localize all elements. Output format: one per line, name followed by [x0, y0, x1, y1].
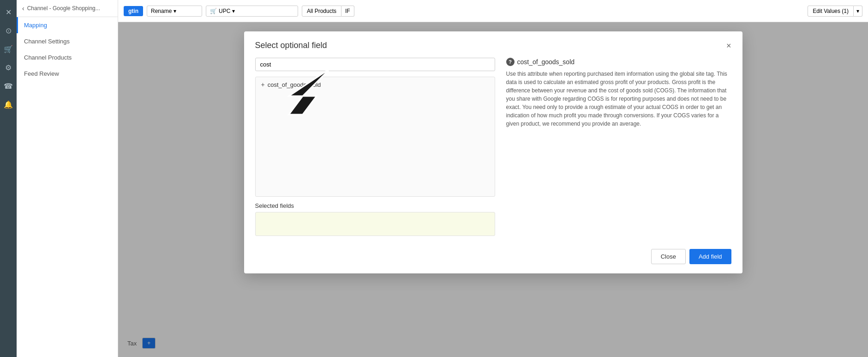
list-item[interactable]: + cost_of_goods_sold: [256, 77, 495, 92]
icon-bar: ✕ ⊙ 🛒 ⚙ ☎ 🔔: [0, 0, 17, 357]
info-title: ? cost_of_goods_sold: [506, 58, 731, 66]
close-icon[interactable]: ✕: [0, 4, 17, 20]
back-arrow-icon[interactable]: ‹: [22, 5, 24, 12]
if-button[interactable]: IF: [341, 6, 354, 17]
info-section: ? cost_of_goods_sold Use this attribute …: [506, 58, 731, 128]
sidebar-item-channel-products[interactable]: Channel Products: [17, 49, 118, 66]
sidebar-title: Channel - Google Shopping...: [27, 5, 100, 12]
selected-fields-label: Selected fields: [255, 202, 495, 209]
edit-values-expand-button[interactable]: ▾: [854, 6, 862, 17]
info-description: Use this attribute when reporting purcha…: [506, 70, 731, 128]
bell-icon[interactable]: 🔔: [0, 96, 17, 113]
rename-select[interactable]: Rename ▾: [147, 6, 202, 17]
edit-values-button[interactable]: Edit Values (1): [808, 6, 854, 17]
cart-icon[interactable]: 🛒: [0, 41, 17, 57]
settings-icon[interactable]: ⚙: [0, 59, 17, 76]
modal-right-panel: ? cost_of_goods_sold Use this attribute …: [506, 58, 731, 236]
modal-title: Select optional field: [255, 41, 327, 50]
modal-header: Select optional field ×: [244, 31, 742, 58]
info-icon: ?: [506, 58, 515, 66]
modal-left-panel: + cost_of_goods_sold Selected fields: [255, 58, 495, 236]
sidebar-item-feed-review[interactable]: Feed Review: [17, 66, 118, 82]
selected-fields-box: [255, 212, 495, 236]
channel-settings-label: Channel Settings: [24, 38, 70, 45]
info-field-name: cost_of_goods_sold: [517, 58, 575, 66]
upc-chevron-icon: ▾: [232, 8, 235, 14]
mapping-label: Mapping: [24, 22, 47, 29]
gtin-tag: gtin: [124, 6, 143, 16]
sidebar-nav: Mapping Channel Settings Channel Product…: [17, 17, 118, 82]
phone-icon[interactable]: ☎: [0, 78, 17, 94]
sidebar-item-mapping[interactable]: Mapping: [17, 17, 118, 33]
top-bar: gtin Rename ▾ 🛒 UPC ▾ All Products IF Ed…: [118, 0, 868, 22]
selected-fields-section: Selected fields: [255, 202, 495, 236]
modal-body: + cost_of_goods_sold Selected fields: [244, 58, 742, 243]
plus-icon: +: [261, 81, 265, 88]
modal-footer: Close Add field: [244, 243, 742, 273]
main-area: gtin Rename ▾ 🛒 UPC ▾ All Products IF Ed…: [118, 0, 868, 357]
all-products-group: All Products IF: [302, 6, 354, 17]
field-search-input[interactable]: [255, 58, 495, 71]
field-label: cost_of_goods_sold: [268, 81, 321, 88]
modal-close-button[interactable]: ×: [726, 42, 731, 50]
cart-small-icon: 🛒: [210, 8, 217, 14]
all-products-button[interactable]: All Products: [302, 6, 341, 17]
sidebar: ‹ Channel - Google Shopping... Mapping C…: [17, 0, 118, 357]
modal: Select optional field × + cost_of_goods_: [244, 31, 742, 273]
edit-values-group: Edit Values (1) ▾: [808, 6, 862, 17]
add-field-button[interactable]: Add field: [689, 249, 731, 264]
close-button[interactable]: Close: [651, 249, 686, 264]
upc-select[interactable]: 🛒 UPC ▾: [206, 6, 298, 17]
sidebar-item-channel-settings[interactable]: Channel Settings: [17, 33, 118, 49]
channel-products-label: Channel Products: [24, 54, 72, 61]
rename-chevron-icon: ▾: [174, 8, 176, 14]
fields-list: + cost_of_goods_sold: [255, 77, 495, 197]
content-area: Tax + Select optional field ×: [118, 22, 868, 357]
circle-icon[interactable]: ⊙: [0, 22, 17, 39]
modal-overlay: Select optional field × + cost_of_goods_: [118, 22, 868, 357]
feed-review-label: Feed Review: [24, 70, 59, 77]
sidebar-header: ‹ Channel - Google Shopping...: [17, 0, 118, 17]
